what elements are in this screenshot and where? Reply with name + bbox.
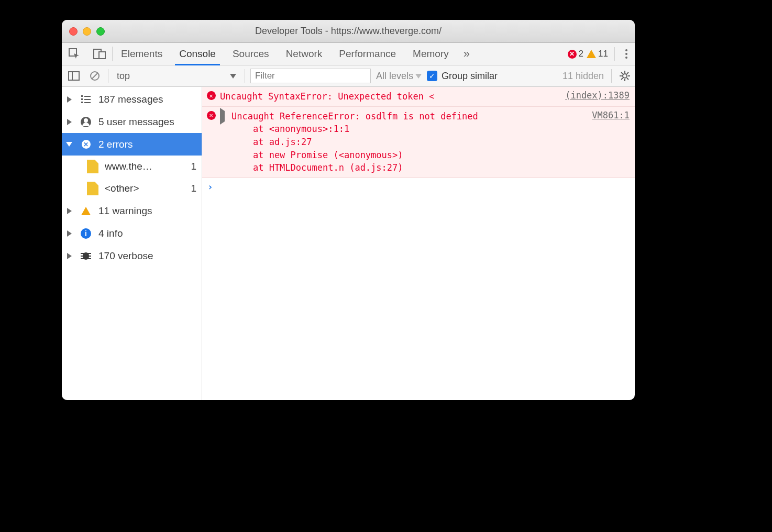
sidebar-item-label: 5 user messages [98,116,174,128]
tab-network[interactable]: Network [278,43,331,65]
more-tabs-icon[interactable]: » [457,43,476,65]
console-sidebar: 187 messages 5 user messages ✕ 2 errors … [62,87,202,400]
sidebar-error-source[interactable]: www.the… 1 [62,156,202,178]
tab-elements[interactable]: Elements [113,43,171,65]
chevron-right-icon [67,96,72,103]
zoom-window-button[interactable] [96,27,105,36]
close-window-button[interactable] [69,27,78,36]
svg-line-12 [621,72,623,74]
sidebar-item-label: 170 verbose [98,250,153,262]
tabbar-right: ✕ 2 11 [568,43,635,65]
svg-line-6 [92,73,98,79]
chevron-right-icon [67,119,72,125]
svg-point-7 [623,74,627,78]
console-error-entry[interactable]: ✕ Uncaught ReferenceError: osdlfm is not… [202,107,635,178]
chevron-down-icon [415,74,422,79]
window-title: Developer Tools - https://www.theverge.c… [62,26,635,37]
message-source-link[interactable]: VM861:1 [592,110,630,120]
sidebar-item-info[interactable]: i 4 info [62,222,202,245]
sidebar-item-count: 1 [191,161,196,172]
tab-performance[interactable]: Performance [330,43,404,65]
errors-badge[interactable]: ✕ 2 [568,49,583,59]
error-icon: ✕ [206,90,216,103]
svg-rect-3 [69,72,79,80]
message-text: Uncaught ReferenceError: osdlfm is not d… [231,110,588,174]
group-similar-checkbox[interactable]: ✓ [427,71,437,81]
device-toolbar-icon[interactable] [87,43,112,65]
sidebar-error-source[interactable]: <other> 1 [62,178,202,199]
warnings-badge[interactable]: 11 [587,49,608,59]
console-prompt[interactable]: › [202,178,635,195]
svg-line-13 [627,78,628,80]
svg-line-15 [627,72,628,74]
sidebar-item-count: 1 [191,183,196,194]
console-error-entry[interactable]: ✕ Uncaught SyntaxError: Unexpected token… [202,87,635,107]
chevron-down-icon [230,74,236,79]
separator [614,47,615,61]
devtools-window: Developer Tools - https://www.theverge.c… [62,20,635,400]
filter-input[interactable] [250,69,371,83]
console-filterbar: top All levels ✓ Group similar 11 hidden [62,65,635,87]
info-icon: i [80,228,92,239]
sidebar-item-user-messages[interactable]: 5 user messages [62,110,202,133]
console-settings-icon[interactable] [619,70,631,82]
warning-icon [587,50,596,58]
hidden-count[interactable]: 11 hidden [563,71,604,82]
console-body: 187 messages 5 user messages ✕ 2 errors … [62,87,635,400]
error-icon: ✕ [80,140,92,149]
inspect-element-icon[interactable] [62,43,87,65]
file-icon [87,160,98,173]
error-icon: ✕ [568,50,577,59]
execution-context-value: top [117,71,130,82]
separator [611,69,612,83]
chevron-right-icon [67,253,72,259]
sidebar-item-label: 4 info [98,228,123,239]
chevron-down-icon [66,142,72,147]
expand-stack-icon[interactable] [220,110,227,174]
list-icon [80,95,92,103]
svg-line-14 [621,78,623,80]
svg-rect-2 [99,52,105,59]
panel-tabs: Elements Console Sources Network Perform… [113,43,457,65]
warning-icon [80,207,92,215]
tab-memory[interactable]: Memory [404,43,457,65]
bug-icon [80,251,92,261]
user-icon [80,117,92,127]
error-icon: ✕ [206,110,216,174]
sidebar-item-label: 2 errors [98,139,133,150]
sidebar-item-label: <other> [105,183,184,194]
chevron-right-icon [67,208,72,214]
console-messages: ✕ Uncaught SyntaxError: Unexpected token… [202,87,635,400]
message-source-link[interactable]: (index):1389 [565,90,630,101]
sidebar-item-verbose[interactable]: 170 verbose [62,245,202,267]
window-controls [62,27,105,36]
sidebar-item-messages[interactable]: 187 messages [62,88,202,110]
tab-console[interactable]: Console [171,43,224,65]
minimize-window-button[interactable] [83,27,91,36]
tab-sources[interactable]: Sources [224,43,278,65]
sidebar-item-label: www.the… [105,161,184,172]
devtools-tabbar: Elements Console Sources Network Perform… [62,43,635,65]
settings-menu-icon[interactable] [621,49,632,59]
file-icon [87,182,98,195]
chevron-right-icon [67,230,72,237]
sidebar-item-label: 187 messages [98,94,163,105]
group-similar-label: Group similar [442,71,498,82]
message-text: Uncaught SyntaxError: Unexpected token < [220,90,561,103]
toggle-sidebar-icon[interactable] [66,71,82,81]
sidebar-item-warnings[interactable]: 11 warnings [62,199,202,222]
sidebar-item-label: 11 warnings [98,205,152,217]
separator [108,69,108,83]
titlebar: Developer Tools - https://www.theverge.c… [62,20,635,43]
execution-context-select[interactable]: top [114,71,239,82]
clear-console-icon[interactable] [87,71,103,81]
sidebar-item-errors[interactable]: ✕ 2 errors [62,133,202,156]
separator [245,69,245,83]
log-levels-select[interactable]: All levels [376,71,422,82]
